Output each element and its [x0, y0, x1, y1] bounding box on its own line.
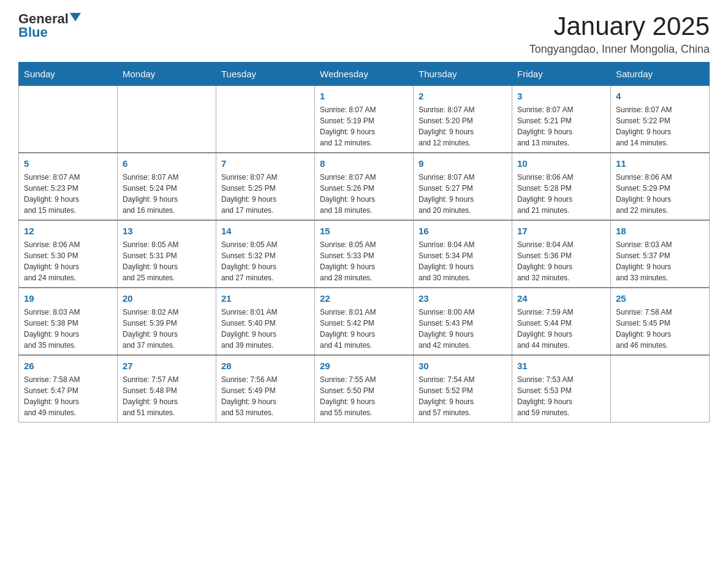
calendar-cell	[118, 86, 216, 153]
calendar-cell: 2Sunrise: 8:07 AMSunset: 5:20 PMDaylight…	[414, 86, 512, 153]
day-number: 19	[24, 292, 112, 305]
day-info: Sunrise: 8:02 AMSunset: 5:39 PMDaylight:…	[123, 307, 211, 351]
calendar-cell: 6Sunrise: 8:07 AMSunset: 5:24 PMDaylight…	[118, 153, 216, 220]
calendar-cell: 11Sunrise: 8:06 AMSunset: 5:29 PMDayligh…	[611, 153, 710, 220]
day-number: 2	[419, 90, 507, 102]
logo-general-text: General	[18, 12, 69, 26]
logo: General Blue	[18, 12, 81, 39]
day-number: 23	[419, 292, 507, 305]
calendar-cell: 8Sunrise: 8:07 AMSunset: 5:26 PMDaylight…	[315, 153, 414, 220]
day-number: 7	[221, 157, 309, 170]
calendar-week-row: 1Sunrise: 8:07 AMSunset: 5:19 PMDaylight…	[19, 86, 710, 153]
calendar-week-row: 19Sunrise: 8:03 AMSunset: 5:38 PMDayligh…	[19, 288, 710, 355]
calendar-body: 1Sunrise: 8:07 AMSunset: 5:19 PMDaylight…	[19, 86, 710, 423]
day-of-week-header: Sunday	[19, 63, 118, 86]
page-header: General Blue January 2025 Tongyangdao, I…	[18, 12, 710, 56]
day-number: 17	[517, 224, 605, 237]
day-info: Sunrise: 7:54 AMSunset: 5:52 PMDaylight:…	[419, 374, 507, 418]
day-number: 1	[320, 90, 408, 102]
day-number: 15	[320, 224, 408, 237]
day-info: Sunrise: 8:07 AMSunset: 5:23 PMDaylight:…	[24, 172, 112, 216]
calendar-cell: 10Sunrise: 8:06 AMSunset: 5:28 PMDayligh…	[512, 153, 611, 220]
day-info: Sunrise: 8:04 AMSunset: 5:36 PMDaylight:…	[517, 239, 605, 283]
calendar-cell: 7Sunrise: 8:07 AMSunset: 5:25 PMDaylight…	[216, 153, 315, 220]
day-info: Sunrise: 8:05 AMSunset: 5:32 PMDaylight:…	[221, 239, 309, 283]
day-info: Sunrise: 8:07 AMSunset: 5:25 PMDaylight:…	[221, 172, 309, 216]
day-of-week-header: Thursday	[414, 63, 512, 86]
calendar-cell: 31Sunrise: 7:53 AMSunset: 5:53 PMDayligh…	[512, 355, 611, 423]
day-number: 8	[320, 157, 408, 170]
calendar-cell: 24Sunrise: 7:59 AMSunset: 5:44 PMDayligh…	[512, 288, 611, 355]
calendar-cell: 22Sunrise: 8:01 AMSunset: 5:42 PMDayligh…	[315, 288, 414, 355]
day-number: 30	[419, 359, 507, 372]
day-info: Sunrise: 8:01 AMSunset: 5:42 PMDaylight:…	[320, 307, 408, 351]
calendar-cell: 21Sunrise: 8:01 AMSunset: 5:40 PMDayligh…	[216, 288, 315, 355]
calendar-week-row: 26Sunrise: 7:58 AMSunset: 5:47 PMDayligh…	[19, 355, 710, 423]
day-number: 20	[123, 292, 211, 305]
header-row: SundayMondayTuesdayWednesdayThursdayFrid…	[19, 63, 710, 86]
calendar-cell: 19Sunrise: 8:03 AMSunset: 5:38 PMDayligh…	[19, 288, 118, 355]
day-number: 27	[123, 359, 211, 372]
day-info: Sunrise: 8:07 AMSunset: 5:27 PMDaylight:…	[419, 172, 507, 216]
calendar-cell: 16Sunrise: 8:04 AMSunset: 5:34 PMDayligh…	[414, 220, 512, 288]
calendar-cell: 9Sunrise: 8:07 AMSunset: 5:27 PMDaylight…	[414, 153, 512, 220]
day-number: 5	[24, 157, 112, 170]
day-info: Sunrise: 8:04 AMSunset: 5:34 PMDaylight:…	[419, 239, 507, 283]
calendar-cell: 27Sunrise: 7:57 AMSunset: 5:48 PMDayligh…	[118, 355, 216, 423]
calendar-cell: 13Sunrise: 8:05 AMSunset: 5:31 PMDayligh…	[118, 220, 216, 288]
day-info: Sunrise: 7:58 AMSunset: 5:47 PMDaylight:…	[24, 374, 112, 418]
calendar-cell	[216, 86, 315, 153]
day-number: 22	[320, 292, 408, 305]
day-number: 12	[24, 224, 112, 237]
calendar-header: SundayMondayTuesdayWednesdayThursdayFrid…	[19, 63, 710, 86]
day-number: 16	[419, 224, 507, 237]
calendar-cell: 25Sunrise: 7:58 AMSunset: 5:45 PMDayligh…	[611, 288, 710, 355]
day-number: 29	[320, 359, 408, 372]
calendar-cell: 30Sunrise: 7:54 AMSunset: 5:52 PMDayligh…	[414, 355, 512, 423]
day-number: 9	[419, 157, 507, 170]
day-number: 25	[616, 292, 704, 305]
calendar-cell: 29Sunrise: 7:55 AMSunset: 5:50 PMDayligh…	[315, 355, 414, 423]
day-number: 3	[517, 90, 605, 102]
title-block: January 2025 Tongyangdao, Inner Mongolia…	[529, 12, 710, 56]
day-info: Sunrise: 8:06 AMSunset: 5:28 PMDaylight:…	[517, 172, 605, 216]
calendar-cell: 20Sunrise: 8:02 AMSunset: 5:39 PMDayligh…	[118, 288, 216, 355]
calendar-cell: 15Sunrise: 8:05 AMSunset: 5:33 PMDayligh…	[315, 220, 414, 288]
calendar-cell	[611, 355, 710, 423]
day-info: Sunrise: 8:07 AMSunset: 5:26 PMDaylight:…	[320, 172, 408, 216]
calendar-cell: 18Sunrise: 8:03 AMSunset: 5:37 PMDayligh…	[611, 220, 710, 288]
day-info: Sunrise: 8:07 AMSunset: 5:20 PMDaylight:…	[419, 104, 507, 148]
day-info: Sunrise: 8:01 AMSunset: 5:40 PMDaylight:…	[221, 307, 309, 351]
calendar-table: SundayMondayTuesdayWednesdayThursdayFrid…	[18, 62, 710, 423]
day-info: Sunrise: 7:55 AMSunset: 5:50 PMDaylight:…	[320, 374, 408, 418]
day-of-week-header: Wednesday	[315, 63, 414, 86]
day-of-week-header: Monday	[118, 63, 216, 86]
logo-triangle-icon	[70, 13, 81, 21]
day-of-week-header: Saturday	[611, 63, 710, 86]
day-info: Sunrise: 8:06 AMSunset: 5:29 PMDaylight:…	[616, 172, 704, 216]
day-number: 24	[517, 292, 605, 305]
calendar-cell: 4Sunrise: 8:07 AMSunset: 5:22 PMDaylight…	[611, 86, 710, 153]
day-number: 11	[616, 157, 704, 170]
day-number: 28	[221, 359, 309, 372]
calendar-week-row: 12Sunrise: 8:06 AMSunset: 5:30 PMDayligh…	[19, 220, 710, 288]
day-info: Sunrise: 7:53 AMSunset: 5:53 PMDaylight:…	[517, 374, 605, 418]
page-title: January 2025	[529, 12, 710, 40]
day-info: Sunrise: 8:07 AMSunset: 5:22 PMDaylight:…	[616, 104, 704, 148]
day-info: Sunrise: 8:07 AMSunset: 5:24 PMDaylight:…	[123, 172, 211, 216]
day-info: Sunrise: 8:05 AMSunset: 5:31 PMDaylight:…	[123, 239, 211, 283]
day-info: Sunrise: 8:07 AMSunset: 5:19 PMDaylight:…	[320, 104, 408, 148]
calendar-cell: 23Sunrise: 8:00 AMSunset: 5:43 PMDayligh…	[414, 288, 512, 355]
day-info: Sunrise: 7:57 AMSunset: 5:48 PMDaylight:…	[123, 374, 211, 418]
calendar-cell: 12Sunrise: 8:06 AMSunset: 5:30 PMDayligh…	[19, 220, 118, 288]
day-info: Sunrise: 8:03 AMSunset: 5:38 PMDaylight:…	[24, 307, 112, 351]
calendar-cell: 5Sunrise: 8:07 AMSunset: 5:23 PMDaylight…	[19, 153, 118, 220]
day-info: Sunrise: 8:05 AMSunset: 5:33 PMDaylight:…	[320, 239, 408, 283]
calendar-cell	[19, 86, 118, 153]
calendar-week-row: 5Sunrise: 8:07 AMSunset: 5:23 PMDaylight…	[19, 153, 710, 220]
logo-blue-text: Blue	[18, 26, 48, 39]
day-number: 26	[24, 359, 112, 372]
day-info: Sunrise: 8:03 AMSunset: 5:37 PMDaylight:…	[616, 239, 704, 283]
location-subtitle: Tongyangdao, Inner Mongolia, China	[529, 43, 710, 56]
calendar-cell: 3Sunrise: 8:07 AMSunset: 5:21 PMDaylight…	[512, 86, 611, 153]
